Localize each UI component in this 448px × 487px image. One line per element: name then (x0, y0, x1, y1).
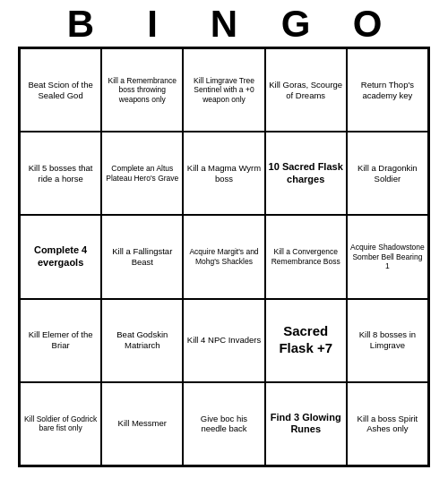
bingo-cell-16: Beat Godskin Matriarch (101, 299, 183, 382)
bingo-cell-19: Kill 8 bosses in Limgrave (347, 299, 428, 382)
letter-g: G (260, 5, 332, 43)
bingo-cell-13: Kill a Convergence Remembrance Boss (265, 215, 347, 298)
bingo-cell-5: Kill 5 bosses that ride a horse (20, 132, 101, 215)
bingo-cell-12: Acquire Margit's and Mohg's Shackles (183, 215, 264, 298)
bingo-cell-24: Kill a boss Spirit Ashes only (347, 382, 428, 466)
bingo-cell-1: Kill a Remembrance boss throwing weapons… (101, 48, 183, 132)
bingo-cell-2: Kill Limgrave Tree Sentinel with a +0 we… (183, 48, 264, 132)
bingo-cell-9: Kill a Dragonkin Soldier (347, 132, 428, 215)
bingo-cell-21: Kill Messmer (101, 382, 183, 466)
bingo-cell-17: Kill 4 NPC Invaders (183, 299, 264, 382)
bingo-cell-10: Complete 4 evergaols (20, 215, 101, 298)
bingo-cell-11: Kill a Fallingstar Beast (101, 215, 183, 298)
bingo-cell-6: Complete an Altus Plateau Hero's Grave (101, 132, 183, 215)
bingo-cell-0: Beat Scion of the Sealed God (20, 48, 101, 132)
bingo-cell-8: 10 Sacred Flask charges (265, 132, 347, 215)
bingo-cell-18: Sacred Flask +7 (265, 299, 347, 382)
bingo-cell-23: Find 3 Glowing Runes (265, 382, 347, 466)
bingo-grid: Beat Scion of the Sealed GodKill a Remem… (18, 47, 430, 467)
bingo-cell-22: Give boc his needle back (183, 382, 264, 466)
bingo-cell-15: Kill Elemer of the Briar (20, 299, 101, 382)
bingo-cell-14: Acquire Shadowstone Somber Bell Bearing … (347, 215, 428, 298)
letter-i: I (116, 5, 188, 43)
bingo-title: B I N G O (18, 5, 430, 43)
letter-b: B (45, 5, 116, 43)
bingo-cell-20: Kill Soldier of Godrick bare fist only (20, 382, 101, 466)
letter-o: O (332, 5, 403, 43)
bingo-cell-7: Kill a Magma Wyrm boss (183, 132, 264, 215)
letter-n: N (188, 5, 260, 43)
bingo-cell-4: Return Thop's academy key (347, 48, 428, 132)
bingo-cell-3: Kill Goras, Scourge of Dreams (265, 48, 347, 132)
